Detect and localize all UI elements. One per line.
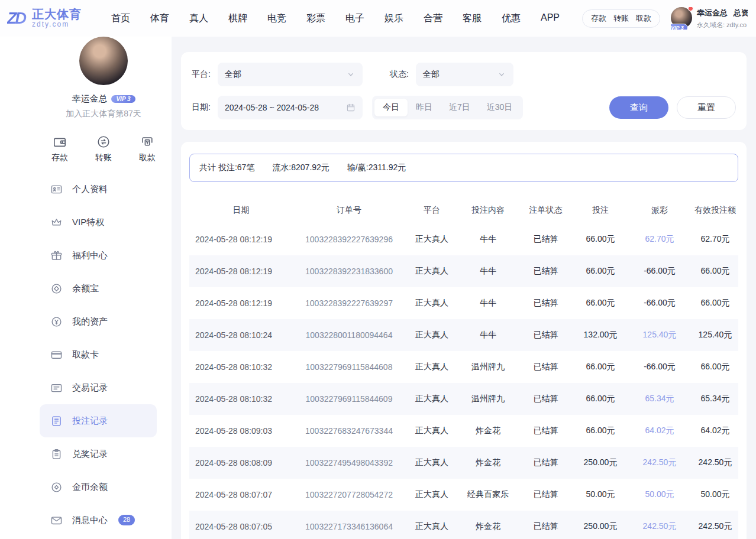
nav-item-lottery[interactable]: 彩票 (306, 12, 325, 25)
summary-segment: 输/赢:2311.92元 (347, 163, 406, 173)
calendar-icon (346, 103, 356, 112)
nav-item-app[interactable]: APP (541, 12, 560, 25)
brand-logo[interactable]: ZD 正大体育 zdty.com (7, 8, 82, 28)
table-row: 2024-05-28 08:10:32 1003227969115844609 … (189, 383, 738, 415)
search-button[interactable]: 查询 (609, 96, 668, 119)
table-row: 2024-05-28 08:12:19 1003228392227639296 … (189, 223, 738, 255)
cell-platform: 正大真人 (405, 394, 458, 404)
cell-bet-content: 温州牌九 (458, 394, 518, 404)
i-crown (50, 216, 63, 229)
table-row: 2024-05-28 08:07:07 1003227207728054272 … (189, 479, 738, 511)
sidebar-item-vip[interactable]: VIP特权 (40, 206, 157, 239)
range-30days[interactable]: 近30日 (479, 99, 521, 116)
sidebar-item-assets[interactable]: 我的资产 (40, 305, 157, 338)
cell-date: 2024-05-28 08:10:32 (189, 362, 293, 372)
sidebar-item-welfare[interactable]: 福利中心 (40, 239, 157, 272)
sidebar-item-yuebao[interactable]: 余额宝 (40, 272, 157, 305)
user-account-area[interactable]: VIP 3 幸运金总总资 永久域名: zdty.co (671, 7, 748, 30)
cell-payout: 50.00元 (627, 489, 692, 500)
date-range-input[interactable]: 2024-05-28 ~ 2024-05-28 (218, 96, 363, 119)
sidebar-item-redeem[interactable]: 兑奖记录 (40, 437, 157, 470)
cell-platform: 正大真人 (405, 362, 458, 372)
range-today[interactable]: 今日 (374, 99, 408, 116)
status-label: 状态: (390, 69, 409, 80)
sidebar-item-bet-records[interactable]: 投注记录 (40, 404, 157, 437)
nav-item-chess[interactable]: 棋牌 (228, 12, 247, 25)
sidebar-item-bank-card[interactable]: 取款卡 (40, 338, 157, 371)
table-header-row: 日期 订单号 平台 投注内容 注单状态 投注 派彩 有效投注额 (189, 197, 738, 223)
i-withdraw (140, 135, 154, 149)
cell-payout: 64.02元 (627, 426, 692, 436)
table-row: 2024-05-28 08:12:19 1003228392231833600 … (189, 255, 738, 287)
cell-bet-amount: 66.00元 (574, 266, 627, 277)
range-7days[interactable]: 近7日 (441, 99, 479, 116)
cell-bet-amount: 66.00元 (574, 298, 627, 309)
cell-valid-amount: 66.00元 (692, 298, 738, 309)
header-transfer-link[interactable]: 转账 (613, 13, 629, 24)
table-row: 2024-05-28 08:12:19 1003228392227639297 … (189, 287, 738, 319)
wallet-actions-pill: 存款 转账 取款 (582, 9, 660, 28)
permanent-domain-text: 永久域名: zdty.co (697, 21, 748, 30)
sidebar-menu: 个人资料 VIP特权 福利中心 余额宝 (40, 173, 157, 539)
cell-order-number: 1003228392227639297 (293, 298, 405, 308)
header-withdraw-link[interactable]: 取款 (636, 13, 651, 24)
cell-platform: 正大真人 (405, 330, 458, 340)
brand-logo-mark-icon: ZD (7, 9, 27, 28)
sidebar: 幸运金总 VIP 3 加入正大体育第87天 存款 转账 取款 (0, 37, 172, 539)
cell-bet-amount: 66.00元 (574, 426, 627, 436)
cell-date: 2024-05-28 08:12:19 (189, 298, 293, 308)
sidebar-item-messages[interactable]: 消息中心 28 (40, 504, 157, 537)
sidebar-item-transactions[interactable]: 交易记录 (40, 371, 157, 404)
nav-item-entertainment[interactable]: 娱乐 (385, 12, 403, 25)
cell-date: 2024-05-28 08:12:19 (189, 267, 293, 276)
chevron-down-icon (497, 70, 506, 79)
unread-count-badge: 28 (118, 515, 135, 525)
cell-status: 已结算 (518, 266, 574, 277)
nav-item-service[interactable]: 客服 (463, 12, 482, 25)
nav-item-partnership[interactable]: 合营 (424, 12, 442, 25)
cell-order-number: 1003227683247673344 (293, 426, 405, 436)
nav-item-slots[interactable]: 电子 (345, 12, 364, 25)
cell-date: 2024-05-28 08:07:05 (189, 522, 293, 531)
cell-bet-content: 炸金花 (458, 457, 518, 468)
nav-item-esports[interactable]: 电竞 (267, 12, 286, 25)
nav-item-sports[interactable]: 体育 (150, 12, 169, 25)
i-transactions (50, 382, 63, 394)
column-header: 订单号 (293, 205, 405, 216)
nav-item-promo[interactable]: 优惠 (502, 12, 521, 25)
column-header: 平台 (405, 205, 458, 216)
i-assets (50, 316, 63, 328)
cell-valid-amount: 65.34元 (692, 394, 738, 404)
cell-status: 已结算 (518, 489, 574, 500)
column-header: 投注内容 (458, 205, 518, 216)
i-gift (50, 249, 63, 262)
i-redeem (50, 448, 63, 460)
range-yesterday[interactable]: 昨日 (408, 99, 441, 116)
status-select[interactable]: 全部 (416, 63, 513, 86)
nav-item-home[interactable]: 首页 (111, 12, 130, 25)
sidebar-item-coins[interactable]: 金币余额 (40, 470, 157, 504)
cell-bet-content: 炸金花 (458, 521, 518, 532)
withdraw-action[interactable]: 取款 (139, 135, 156, 163)
header-deposit-link[interactable]: 存款 (591, 13, 606, 24)
transfer-action[interactable]: 转账 (95, 135, 112, 163)
sidebar-item-feedback[interactable]: 意见反馈 (40, 537, 157, 539)
cell-payout: -66.00元 (627, 266, 692, 277)
cell-platform: 正大真人 (405, 298, 458, 309)
platform-select[interactable]: 全部 (218, 63, 363, 86)
cell-date: 2024-05-28 08:10:32 (189, 394, 293, 404)
deposit-action[interactable]: 存款 (51, 135, 68, 163)
date-label: 日期: (192, 102, 211, 113)
i-wallet (53, 135, 67, 149)
cell-date: 2024-05-28 08:07:07 (189, 490, 293, 499)
profile-name: 幸运金总 (72, 93, 107, 105)
nav-item-live[interactable]: 真人 (189, 12, 208, 25)
cell-order-number: 1003227207728054272 (293, 490, 405, 499)
cell-bet-content: 牛牛 (458, 330, 518, 340)
cell-payout: -66.00元 (627, 298, 692, 309)
sidebar-item-profile[interactable]: 个人资料 (40, 173, 157, 206)
i-coins (50, 481, 63, 493)
reset-button[interactable]: 重置 (677, 96, 736, 119)
cell-date: 2024-05-28 08:08:09 (189, 458, 293, 467)
table-body: 2024-05-28 08:12:19 1003228392227639296 … (189, 223, 738, 539)
